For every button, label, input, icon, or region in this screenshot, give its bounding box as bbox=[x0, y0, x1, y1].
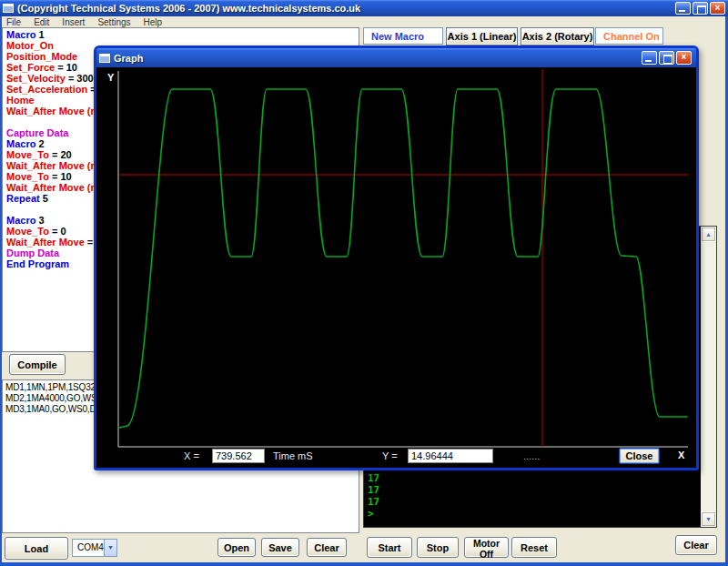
com-port-value: COM4 bbox=[73, 540, 104, 556]
macro-text-segment: = 10 bbox=[49, 171, 72, 182]
window-border-bottom bbox=[0, 562, 728, 566]
macro-text-segment: 2 bbox=[38, 138, 44, 149]
tab-new-macro[interactable]: New Macro bbox=[363, 27, 443, 45]
graph-minimize-button[interactable] bbox=[642, 51, 657, 65]
com-port-select[interactable]: COM4 ▼ bbox=[72, 539, 117, 557]
macro-text-segment: Macro bbox=[6, 215, 38, 226]
macro-text-segment: 1 bbox=[38, 29, 44, 40]
terminal-line: > bbox=[368, 508, 379, 520]
terminal-line: 17 bbox=[368, 484, 379, 496]
y-value-input[interactable]: 14.96444 bbox=[408, 449, 493, 463]
macro-text-segment: = 0 bbox=[49, 226, 66, 237]
macro-text-segment: Position_Mode bbox=[6, 51, 77, 62]
macro-text-segment: End Program bbox=[6, 258, 69, 269]
macro-text-segment: Macro bbox=[6, 138, 38, 149]
macro-text-segment: Set_Acceleration bbox=[6, 84, 87, 95]
scroll-up-icon[interactable]: ▲ bbox=[701, 227, 716, 242]
macro-text-segment: Macro bbox=[6, 29, 38, 40]
x-unit-label: Time mS bbox=[273, 450, 313, 461]
plot-area[interactable] bbox=[96, 67, 696, 448]
macro-text-segment: Home bbox=[6, 95, 35, 106]
tab-channel-on[interactable]: Channel On bbox=[595, 27, 663, 45]
application-window: (Copyright Technical Systems 2006 - 2007… bbox=[0, 0, 728, 566]
terminal-scrollbar[interactable]: ▲ ▼ bbox=[701, 227, 716, 527]
macro-text-segment: Wait_After Move bbox=[6, 237, 85, 248]
tab-axis1-linear[interactable]: Axis 1 (Linear) bbox=[446, 27, 518, 45]
compile-button[interactable]: Compile bbox=[9, 354, 66, 375]
macro-text-segment: Capture Data bbox=[6, 127, 68, 138]
macro-text-segment: 3 bbox=[38, 215, 44, 226]
macro-text-segment: = 300 bbox=[66, 73, 94, 84]
menu-help[interactable]: Help bbox=[137, 17, 169, 27]
minimize-button[interactable] bbox=[675, 2, 691, 15]
window-title: (Copyright Technical Systems 2006 - 2007… bbox=[17, 3, 360, 14]
x-readout-label: X = bbox=[184, 450, 199, 461]
app-icon bbox=[3, 4, 14, 13]
graph-window-icon bbox=[99, 54, 110, 63]
macro-text-segment: = 10 bbox=[55, 62, 77, 73]
load-button[interactable]: Load bbox=[5, 537, 68, 560]
y-readout-label: Y = bbox=[382, 450, 398, 461]
macro-text-segment: Motor_On bbox=[6, 40, 54, 51]
clear-left-button[interactable]: Clear bbox=[307, 538, 347, 557]
macro-text-segment: Move_To bbox=[6, 149, 49, 160]
macro-text-segment: Dump Data bbox=[6, 248, 59, 258]
macro-text-segment: Set_Force bbox=[6, 62, 55, 73]
clear-right-button[interactable]: Clear bbox=[675, 535, 717, 555]
restore-button[interactable] bbox=[693, 2, 708, 15]
x-value-input[interactable]: 739.562 bbox=[212, 449, 265, 463]
x-axis-label: X bbox=[678, 450, 684, 460]
stop-button[interactable]: Stop bbox=[417, 537, 459, 558]
menu-insert[interactable]: Insert bbox=[56, 17, 91, 27]
menu-bar: FileEditInsertSettingsHelp bbox=[0, 16, 728, 27]
graph-close-icon[interactable]: × bbox=[676, 51, 692, 65]
reset-button[interactable]: Reset bbox=[511, 537, 557, 558]
menu-file[interactable]: File bbox=[0, 17, 27, 27]
open-button[interactable]: Open bbox=[217, 538, 256, 557]
save-button[interactable]: Save bbox=[261, 538, 299, 557]
macro-line: Macro 1 bbox=[6, 29, 355, 40]
graph-window: Graph × Y X = 739.562 Time mS Y = 14.964… bbox=[94, 45, 699, 470]
macro-text-segment: Move_To bbox=[6, 171, 49, 182]
menu-edit[interactable]: Edit bbox=[27, 17, 56, 27]
chevron-down-icon[interactable]: ▼ bbox=[104, 540, 116, 556]
macro-text-segment: Move_To bbox=[6, 226, 49, 237]
terminal-line: 17 bbox=[368, 472, 379, 484]
close-button[interactable]: × bbox=[710, 2, 725, 15]
scroll-down-icon[interactable]: ▼ bbox=[701, 511, 716, 527]
start-button[interactable]: Start bbox=[367, 537, 412, 558]
graph-canvas-area: Y X = 739.562 Time mS Y = 14.96444 .....… bbox=[96, 67, 696, 468]
tab-axis2-rotary[interactable]: Axis 2 (Rotary) bbox=[521, 27, 594, 45]
main-titlebar[interactable]: (Copyright Technical Systems 2006 - 2007… bbox=[0, 0, 728, 16]
menu-settings[interactable]: Settings bbox=[91, 17, 136, 27]
readout-dots: ...... bbox=[523, 450, 540, 461]
macro-text-segment: Set_Velocity bbox=[6, 73, 66, 84]
terminal-line: 17 bbox=[368, 496, 379, 508]
motor-off-button[interactable]: Motor Off bbox=[464, 537, 509, 558]
graph-titlebar[interactable]: Graph × bbox=[96, 48, 696, 67]
macro-text-segment: = 20 bbox=[49, 149, 72, 160]
graph-maximize-button[interactable] bbox=[659, 51, 674, 65]
graph-close-button[interactable]: Close bbox=[619, 448, 660, 464]
macro-text-segment: Repeat bbox=[6, 193, 43, 204]
macro-text-segment: 5 bbox=[43, 193, 48, 204]
waveform-path bbox=[119, 89, 687, 428]
graph-window-title: Graph bbox=[114, 53, 143, 64]
